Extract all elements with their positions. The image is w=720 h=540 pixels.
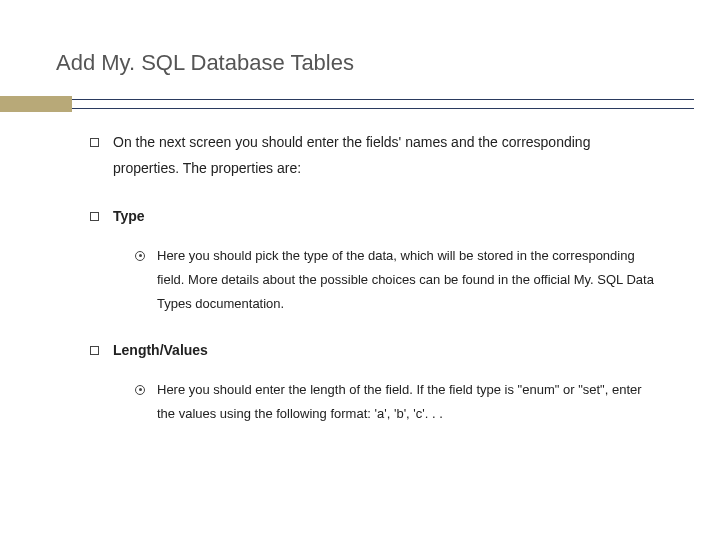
divider-line-bottom <box>72 108 694 109</box>
divider <box>0 96 720 112</box>
divider-line-top <box>72 99 694 100</box>
list-item: On the next screen you should enter the … <box>90 130 660 182</box>
content: On the next screen you should enter the … <box>60 130 660 426</box>
sub-list-item-text: Here you should enter the length of the … <box>157 378 660 426</box>
list-item-body: Length/Values Here you should enter the … <box>113 338 660 426</box>
circle-bullet-icon <box>135 251 145 261</box>
square-bullet-icon <box>90 346 99 355</box>
list-item: Length/Values Here you should enter the … <box>90 338 660 426</box>
list-item-body: Type Here you should pick the type of th… <box>113 204 660 316</box>
sub-list-item: Here you should pick the type of the dat… <box>135 244 660 316</box>
slide: Add My. SQL Database Tables On the next … <box>0 0 720 540</box>
square-bullet-icon <box>90 138 99 147</box>
circle-bullet-icon <box>135 385 145 395</box>
list-item-text: Type <box>113 204 660 230</box>
square-bullet-icon <box>90 212 99 221</box>
list-item-text: Length/Values <box>113 338 660 364</box>
accent-block <box>0 96 72 112</box>
list-item-text: On the next screen you should enter the … <box>113 130 660 182</box>
list-item: Type Here you should pick the type of th… <box>90 204 660 316</box>
sub-list-item-text: Here you should pick the type of the dat… <box>157 244 660 316</box>
slide-title: Add My. SQL Database Tables <box>56 50 660 76</box>
sub-list-item: Here you should enter the length of the … <box>135 378 660 426</box>
